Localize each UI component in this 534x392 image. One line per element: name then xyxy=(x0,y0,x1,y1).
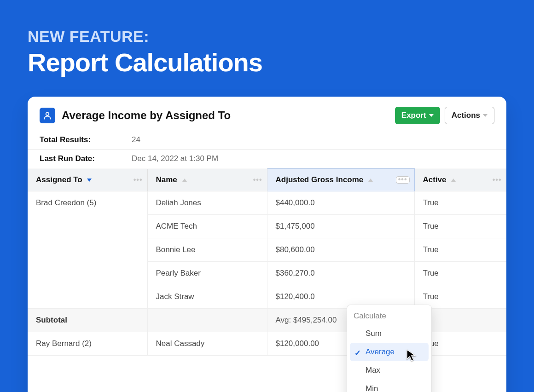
report-table: Assigned To ••• Name ••• Adjusted Gross … xyxy=(28,168,506,356)
sort-asc-icon xyxy=(451,179,456,182)
subtotal-row: SubtotalAvg: $495,254.00 xyxy=(28,309,506,332)
report-header: Average Income by Assigned To Export Act… xyxy=(28,97,506,131)
cell-name: Neal Cassady xyxy=(147,332,267,356)
cell-income: $1,475,000 xyxy=(267,215,414,238)
cell-name: Jack Straw xyxy=(147,285,267,309)
cell-active: True xyxy=(414,191,506,215)
sort-asc-icon xyxy=(368,179,373,182)
calculate-menu-item-average[interactable]: ✓Average xyxy=(350,343,429,361)
subtotal-label: Subtotal xyxy=(28,309,147,332)
cell-income: $440,000.0 xyxy=(267,191,414,215)
svg-point-0 xyxy=(46,112,49,115)
calculate-menu-item-label: Average xyxy=(366,347,395,356)
actions-button-label: Actions xyxy=(452,111,480,120)
calculate-menu-item-min[interactable]: Min xyxy=(347,380,431,392)
export-button-label: Export xyxy=(401,111,426,120)
column-menu-icon[interactable]: ••• xyxy=(493,176,502,184)
person-icon xyxy=(40,108,55,123)
cell-income: $80,600.00 xyxy=(267,238,414,262)
group-label-cell: Brad Creedon (5) xyxy=(28,191,147,309)
column-menu-icon[interactable]: ••• xyxy=(396,176,410,184)
header-actions: Export Actions xyxy=(395,107,494,124)
meta-lastrun-label: Last Run Date: xyxy=(40,154,132,163)
group-label-cell: Ray Bernard (2) xyxy=(28,332,147,356)
sort-desc-icon xyxy=(87,179,92,182)
actions-button[interactable]: Actions xyxy=(445,107,494,124)
meta-total-value: 24 xyxy=(132,135,140,144)
table-row: Ray Bernard (2)Neal Cassady$120,000.00Tr… xyxy=(28,332,506,356)
banner-eyebrow: NEW FEATURE: xyxy=(28,28,506,46)
cell-name: Deliah Jones xyxy=(147,191,267,215)
cell-name: Bonnie Lee xyxy=(147,238,267,262)
subtotal-empty xyxy=(147,309,267,332)
cell-income: $360,270.0 xyxy=(267,262,414,285)
col-header-label: Adjusted Gross Income xyxy=(276,175,364,184)
col-header-assigned-to[interactable]: Assigned To ••• xyxy=(28,169,147,191)
meta-total-label: Total Results: xyxy=(40,135,132,144)
col-header-label: Name xyxy=(156,175,177,184)
check-icon: ✓ xyxy=(354,348,361,358)
col-header-adjusted-gross-income[interactable]: Adjusted Gross Income ••• xyxy=(267,169,414,191)
report-title: Average Income by Assigned To xyxy=(62,109,395,122)
column-menu-icon[interactable]: ••• xyxy=(134,176,143,184)
col-header-label: Active xyxy=(423,175,447,184)
meta-lastrun-value: Dec 14, 2022 at 1:30 PM xyxy=(132,154,218,163)
calculate-menu-item-max[interactable]: Max xyxy=(347,361,431,380)
col-header-active[interactable]: Active ••• xyxy=(414,169,506,191)
col-header-label: Assigned To xyxy=(36,175,82,184)
cell-name: Pearly Baker xyxy=(147,262,267,285)
cursor-icon xyxy=(406,349,416,362)
export-button[interactable]: Export xyxy=(395,107,440,124)
banner-headline: Report Calculations xyxy=(28,47,506,77)
calculate-menu: Calculate Sum✓AverageMaxMinCount xyxy=(347,305,432,392)
meta-lastrun-row: Last Run Date: Dec 14, 2022 at 1:30 PM xyxy=(28,150,506,168)
caret-down-icon xyxy=(483,114,488,117)
cell-name: ACME Tech xyxy=(147,215,267,238)
calculate-menu-item-sum[interactable]: Sum xyxy=(347,324,431,343)
table-row: Brad Creedon (5)Deliah Jones$440,000.0Tr… xyxy=(28,191,506,215)
report-card: Average Income by Assigned To Export Act… xyxy=(28,97,506,392)
cell-active: True xyxy=(414,238,506,262)
cell-active: True xyxy=(414,215,506,238)
caret-down-icon xyxy=(429,114,434,117)
meta-total-row: Total Results: 24 xyxy=(28,131,506,150)
calculate-menu-heading: Calculate xyxy=(347,310,431,324)
column-menu-icon[interactable]: ••• xyxy=(253,176,262,184)
calculate-menu-item-label: Max xyxy=(366,366,380,375)
sort-asc-icon xyxy=(182,179,187,182)
calculate-menu-item-label: Sum xyxy=(366,329,382,338)
cell-active: True xyxy=(414,262,506,285)
calculate-menu-item-label: Min xyxy=(366,384,378,392)
col-header-name[interactable]: Name ••• xyxy=(147,169,267,191)
